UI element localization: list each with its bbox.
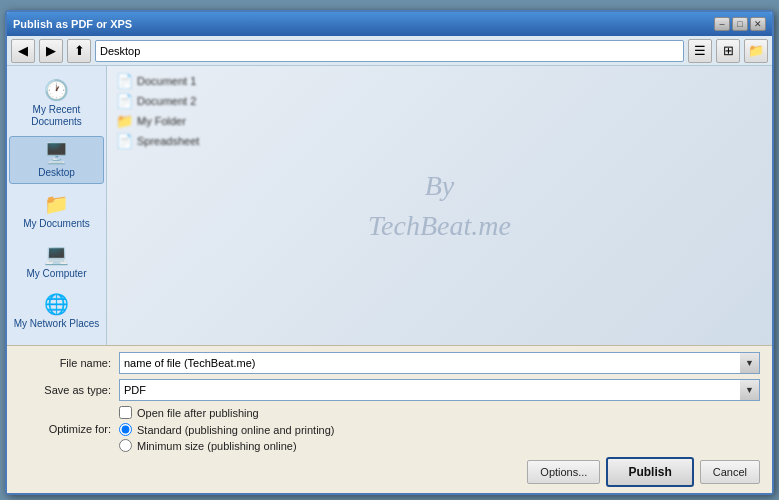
sidebar-item-network[interactable]: 🌐 My Network Places xyxy=(9,288,104,334)
file-name-input-group: ▼ xyxy=(119,352,760,374)
file-icon: 📁 xyxy=(116,113,133,129)
save-type-row: Save as type: ▼ xyxy=(19,379,760,401)
save-type-input[interactable] xyxy=(119,379,740,401)
address-bar[interactable] xyxy=(95,40,684,62)
optimize-row: Optimize for: Standard (publishing onlin… xyxy=(19,423,760,452)
file-browser-area: 📄 Document 1 📄 Document 2 📁 My Folder 📄 … xyxy=(107,66,772,345)
desktop-icon: 🖥️ xyxy=(44,141,69,165)
up-button[interactable]: ⬆ xyxy=(67,39,91,63)
minimize-button[interactable]: – xyxy=(714,17,730,31)
publish-button[interactable]: Publish xyxy=(606,457,693,487)
main-area: 🕐 My Recent Documents 🖥️ Desktop 📁 My Do… xyxy=(7,66,772,345)
file-icon: 📄 xyxy=(116,93,133,109)
file-name-input[interactable] xyxy=(119,352,740,374)
sidebar: 🕐 My Recent Documents 🖥️ Desktop 📁 My Do… xyxy=(7,66,107,345)
back-button[interactable]: ◀ xyxy=(11,39,35,63)
list-item[interactable]: 📄 Document 1 xyxy=(112,71,767,91)
options-button[interactable]: Options... xyxy=(527,460,600,484)
computer-icon: 💻 xyxy=(44,242,69,266)
new-folder-button[interactable]: 📁 xyxy=(744,39,768,63)
minimum-radio[interactable] xyxy=(119,439,132,452)
sidebar-item-computer-label: My Computer xyxy=(26,268,86,280)
dialog-title: Publish as PDF or XPS xyxy=(13,18,132,30)
sidebar-item-documents[interactable]: 📁 My Documents xyxy=(9,188,104,234)
bottom-panel: File name: ▼ Save as type: ▼ Open file a… xyxy=(7,345,772,493)
save-type-label: Save as type: xyxy=(19,384,119,396)
network-icon: 🌐 xyxy=(44,292,69,316)
standard-radio[interactable] xyxy=(119,423,132,436)
open-file-row: Open file after publishing xyxy=(119,406,760,419)
file-name: Document 1 xyxy=(137,75,196,87)
optimize-radio-group: Standard (publishing online and printing… xyxy=(119,423,335,452)
forward-button[interactable]: ▶ xyxy=(39,39,63,63)
file-name-label: File name: xyxy=(19,357,119,369)
view-options-button[interactable]: ☰ xyxy=(688,39,712,63)
save-type-input-group: ▼ xyxy=(119,379,760,401)
sidebar-item-desktop[interactable]: 🖥️ Desktop xyxy=(9,136,104,184)
sidebar-item-desktop-label: Desktop xyxy=(38,167,75,179)
maximize-button[interactable]: □ xyxy=(732,17,748,31)
file-name: My Folder xyxy=(137,115,186,127)
file-list: 📄 Document 1 📄 Document 2 📁 My Folder 📄 … xyxy=(112,71,767,340)
standard-radio-label: Standard (publishing online and printing… xyxy=(137,424,335,436)
file-background: 📄 Document 1 📄 Document 2 📁 My Folder 📄 … xyxy=(107,66,772,345)
sidebar-item-documents-label: My Documents xyxy=(23,218,90,230)
open-file-checkbox[interactable] xyxy=(119,406,132,419)
title-bar: Publish as PDF or XPS – □ ✕ xyxy=(7,12,772,36)
sidebar-item-recent[interactable]: 🕐 My Recent Documents xyxy=(9,74,104,132)
file-name: Document 2 xyxy=(137,95,196,107)
cancel-button[interactable]: Cancel xyxy=(700,460,760,484)
optimize-label: Optimize for: xyxy=(19,423,119,435)
save-type-dropdown-button[interactable]: ▼ xyxy=(740,379,760,401)
minimum-radio-label: Minimum size (publishing online) xyxy=(137,440,297,452)
save-dialog: Publish as PDF or XPS – □ ✕ ◀ ▶ ⬆ ☰ ⊞ 📁 … xyxy=(5,10,774,495)
file-name-dropdown-button[interactable]: ▼ xyxy=(740,352,760,374)
list-item[interactable]: 📄 Spreadsheet xyxy=(112,131,767,151)
close-button[interactable]: ✕ xyxy=(750,17,766,31)
list-item[interactable]: 📄 Document 2 xyxy=(112,91,767,111)
recent-icon: 🕐 xyxy=(44,78,69,102)
dialog-toolbar: ◀ ▶ ⬆ ☰ ⊞ 📁 xyxy=(7,36,772,66)
window-controls: – □ ✕ xyxy=(714,17,766,31)
list-item[interactable]: 📁 My Folder xyxy=(112,111,767,131)
sidebar-item-network-label: My Network Places xyxy=(14,318,100,330)
documents-icon: 📁 xyxy=(44,192,69,216)
standard-radio-row: Standard (publishing online and printing… xyxy=(119,423,335,436)
file-name-row: File name: ▼ xyxy=(19,352,760,374)
file-name: Spreadsheet xyxy=(137,135,199,147)
open-file-checkbox-label: Open file after publishing xyxy=(137,407,259,419)
details-button[interactable]: ⊞ xyxy=(716,39,740,63)
minimum-radio-row: Minimum size (publishing online) xyxy=(119,439,335,452)
file-icon: 📄 xyxy=(116,133,133,149)
file-icon: 📄 xyxy=(116,73,133,89)
sidebar-item-recent-label: My Recent Documents xyxy=(13,104,100,128)
sidebar-item-computer[interactable]: 💻 My Computer xyxy=(9,238,104,284)
action-buttons: Options... Publish Cancel xyxy=(19,457,760,487)
